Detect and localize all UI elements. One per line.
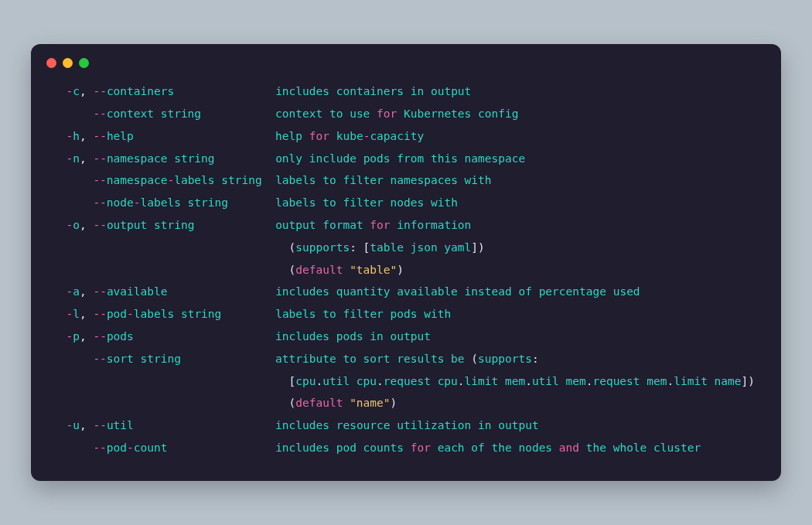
token: sort [357, 353, 391, 365]
token [343, 397, 350, 409]
token: context string [107, 107, 201, 120]
token: output [194, 219, 316, 231]
token [53, 353, 93, 365]
token: the [579, 441, 606, 454]
token: ) [397, 264, 404, 276]
token: filter [336, 196, 384, 209]
token: o [73, 219, 80, 231]
output-line: -h, --help help for kube-capacity [53, 125, 759, 148]
token: util cpu [322, 375, 377, 387]
close-icon[interactable] [46, 58, 56, 68]
token: . [316, 375, 322, 387]
token: in [471, 419, 491, 431]
token: pod [329, 441, 357, 454]
token: includes [167, 285, 329, 298]
token: labels [262, 174, 316, 186]
token: the [485, 441, 512, 454]
token: of [512, 285, 532, 298]
output-line: --sort string attribute to sort results … [53, 348, 759, 370]
token: for [377, 107, 397, 120]
token: h [73, 130, 80, 142]
token: includes [134, 330, 329, 343]
token: : [532, 353, 539, 365]
token: from [391, 152, 425, 165]
token: cpu [295, 375, 316, 387]
token: supports [478, 353, 532, 365]
token: quantity [329, 285, 391, 298]
token: of [465, 441, 485, 454]
output-line: --context string context to use for Kube… [53, 103, 759, 125]
token: cluster [647, 441, 701, 454]
token: n [73, 152, 80, 165]
token: only [215, 152, 303, 165]
output-line: -a, --available includes quantity availa… [53, 281, 759, 303]
token: nodes [512, 441, 559, 454]
token: capacity [370, 130, 424, 142]
token: c [73, 85, 80, 97]
token: - [127, 308, 134, 320]
token: output string [107, 219, 195, 231]
token: output [384, 330, 431, 343]
token [53, 130, 66, 142]
token: pod [107, 308, 127, 320]
token: ( [471, 353, 478, 365]
terminal-window: -c, --containers includes containers in … [31, 44, 781, 481]
titlebar [31, 58, 781, 80]
token: request cpu [384, 375, 458, 387]
token: available [391, 285, 458, 298]
token: table json yaml [370, 241, 471, 254]
token [53, 419, 66, 431]
token: -- [93, 196, 106, 209]
token: ) [391, 397, 397, 409]
token: , [80, 330, 93, 343]
token [53, 375, 289, 387]
token: . [458, 375, 465, 387]
token: output [424, 85, 471, 97]
token: -- [93, 419, 106, 431]
token [53, 152, 66, 165]
token: , [80, 152, 93, 165]
output-line: (supports: [table json yaml]) [53, 237, 759, 259]
token: [ [289, 375, 296, 387]
token: a [73, 285, 80, 298]
token: labels string [134, 308, 222, 320]
token [53, 397, 289, 409]
token: , [80, 419, 93, 431]
token: be [444, 353, 471, 365]
output-line: --namespace-labels string labels to filt… [53, 169, 759, 192]
token: -- [93, 441, 106, 454]
token: -- [93, 285, 106, 298]
token: labels string [174, 174, 262, 186]
token: namespace string [107, 152, 215, 165]
token: nodes [384, 196, 424, 209]
token: labels [228, 196, 316, 209]
terminal-output: -c, --containers includes containers in … [31, 80, 781, 459]
token: - [66, 285, 73, 298]
token [53, 330, 66, 343]
token: - [127, 441, 134, 454]
token: help [107, 130, 134, 142]
token: - [66, 308, 73, 320]
token: with [458, 174, 492, 186]
token: containers [329, 85, 404, 97]
token: -- [93, 107, 106, 120]
minimize-icon[interactable] [63, 58, 73, 68]
token: instead [458, 285, 512, 298]
output-line: --pod-count includes pod counts for each… [53, 437, 759, 459]
zoom-icon[interactable] [79, 58, 89, 68]
token: resource [329, 419, 391, 431]
token: labels string [141, 196, 229, 209]
token [53, 196, 93, 209]
token [53, 241, 289, 254]
output-line: [cpu.util cpu.request cpu.limit mem.util… [53, 370, 759, 393]
token: this [424, 152, 458, 165]
output-line: -u, --util includes resource utilization… [53, 414, 759, 437]
token: p [73, 330, 80, 343]
token: Kubernetes [397, 107, 471, 120]
token: pods [384, 308, 418, 320]
token: u [73, 419, 80, 431]
token [53, 219, 66, 231]
token: namespaces [384, 174, 458, 186]
token: includes [167, 441, 329, 454]
token: to [336, 353, 357, 365]
